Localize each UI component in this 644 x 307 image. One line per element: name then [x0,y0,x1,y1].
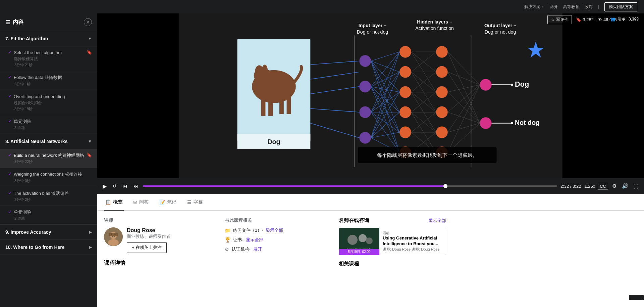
close-button[interactable]: ✕ [84,18,92,26]
skip-forward-button[interactable]: ⏭ [132,182,140,190]
related-text: 认证机构· [232,246,251,252]
lesson-item[interactable]: ✓ 单元测验 2 道题 [0,206,97,225]
master-section: 名师在线咨询 显示全部 Using Generative AI [339,217,446,300]
svg-point-32 [436,86,448,98]
section-7-header[interactable]: 7. Fit the Algorithm ▼ [0,31,97,46]
online-label: 活跃: [618,16,627,22]
follow-button[interactable]: + 在领英上关注 [127,242,167,253]
expand-org-link[interactable]: 展开 [253,246,262,252]
svg-rect-9 [287,96,291,114]
tab-content-overview: 讲师 Doug Rose [97,211,644,307]
svg-point-117 [366,237,373,244]
activity-body: Using Generative AI 5月19日, 02:00 活动 Usin… [339,228,446,255]
lesson-duration: 3分钟 1秒 [8,82,92,87]
lesson-title: 单元测验 [14,209,92,215]
related-item: 🏆 证书· 显示全部 [225,237,325,243]
lesson-item[interactable]: ✓ Weighing the connections 权衡连接 3分钟 3秒 [0,168,97,187]
svg-point-27 [399,106,411,118]
tab-qa[interactable]: ✉ 问答 [132,194,150,211]
tab-notes[interactable]: 📝 笔记 [158,194,178,211]
show-all-cert-link[interactable]: 显示全部 [246,237,263,243]
controls-right: 1.25x CC ⚙ 🔊 ⛶ [584,182,640,190]
instructor-card: Doug Rose 商业教练、讲师及作者 + 在领英上关注 [104,227,211,253]
person-icon: 👥 [610,17,615,21]
lesson-title: Select the best algorithm选择最佳算法 [14,50,85,62]
video-inner: Dog Input layer – Dog or not dog Hidden … [97,13,644,178]
business-link[interactable]: 商务 [550,4,558,10]
certificate-icon: 🏆 [225,237,230,243]
lesson-title: Weighing the connections 权衡连接 [14,171,92,177]
bookmark-icon[interactable]: 🔖 [87,50,92,55]
section-7-title: 7. Fit the Algorithm [5,36,48,41]
bookmark-icon[interactable]: 🔖 [87,152,92,158]
menu-icon: ☰ [5,19,10,26]
show-all-files-link[interactable]: 显示全部 [266,227,283,233]
lesson-duration: 3分钟 19秒 [8,106,92,112]
government-link[interactable]: 政府 [585,4,593,10]
section-9-header[interactable]: 9. Improve Accuracy ▶ [0,225,97,240]
instructor-section: 讲师 Doug Rose [104,217,211,300]
captions-icon: ☰ [187,200,192,205]
section-10-header[interactable]: 10. Where to Go from Here ▶ [0,240,97,255]
rewind-button[interactable]: ↺ [111,182,118,190]
lesson-title: Follow the data 跟随数据 [14,75,92,81]
play-button[interactable]: ▶ [101,182,108,191]
section-9-title: 9. Improve Accuracy [5,229,51,235]
buy-team-button[interactable]: 购买团队方案 [604,2,637,11]
svg-text:★: ★ [526,38,545,62]
activity-card[interactable]: Using Generative AI 5月19日, 02:00 活动 Usin… [339,228,446,255]
main-layout: ☰ 内容 ✕ 7. Fit the Algorithm ▼ ✓ Select t… [0,13,644,307]
lesson-item[interactable]: ✓ Overfitting and underfitting过拟合和欠拟合 3分… [0,90,97,115]
svg-point-95 [511,84,513,86]
lesson-item[interactable]: ✓ Build a neural network 构建神经网络 🔖 3分钟 22… [0,149,97,168]
lesson-item[interactable]: ✓ 单元测验 3 道题 [0,115,97,134]
check-icon: ✓ [8,209,12,214]
svg-point-28 [399,126,411,138]
lesson-duration: 2 道题 [8,216,92,221]
show-all-button[interactable]: 显示全部 [429,218,446,224]
svg-point-31 [436,66,448,78]
svg-text:Dog: Dog [267,138,280,145]
svg-text:Activation function: Activation function [415,26,454,31]
tabs-bar: 📋 概览 ✉ 问答 📝 笔记 ☰ 字幕 [97,194,644,211]
lesson-item[interactable]: ✓ The activation bias 激活偏差 3分钟 2秒 [0,187,97,206]
progress-dot [443,184,447,188]
volume-button[interactable]: 🔊 [621,182,630,190]
section-8-content: ✓ Build a neural network 构建神经网络 🔖 3分钟 22… [0,149,97,225]
related-courses-title: 相关课程 [339,261,446,267]
sidebar: ☰ 内容 ✕ 7. Fit the Algorithm ▼ ✓ Select t… [0,13,97,307]
lesson-item[interactable]: ✓ Follow the data 跟随数据 3分钟 1秒 [0,71,97,90]
svg-point-30 [436,46,448,58]
education-link[interactable]: 高等教育 [563,4,579,10]
svg-point-22 [359,106,371,118]
instructor-title: 商业教练、讲师及作者 [127,233,211,239]
solutions-label: 解决方案： [524,4,544,10]
related-item: 📁 练习文件（1）· 显示全部 [225,227,325,233]
svg-point-26 [399,86,411,98]
activity-info: 活动 Using Generative Artificial Intellige… [379,228,446,255]
svg-rect-6 [261,97,265,116]
review-button[interactable]: ☆ 写评价 [547,15,572,24]
speed-button[interactable]: 1.25x [584,184,595,189]
lesson-item[interactable]: ✓ Select the best algorithm选择最佳算法 🔖 3分钟 … [0,46,97,71]
bookmark-count: 🔖 3,282 [576,17,594,22]
svg-point-116 [359,234,367,242]
related-courses-section: 相关课程 [339,261,446,267]
tab-overview[interactable]: 📋 概览 [104,194,124,211]
related-item: ⚙ 认证机构· 展开 [225,246,325,252]
tab-captions[interactable]: ☰ 字幕 [186,194,204,211]
instructor-name: Doug Rose [127,227,211,233]
captions-button[interactable]: CC [598,183,608,190]
feedback-button[interactable]: 提供反馈 [629,295,644,300]
svg-point-25 [399,66,411,78]
svg-point-33 [436,106,448,118]
activity-type: 活动 [383,231,442,235]
settings-button[interactable]: ⚙ [611,182,618,190]
master-header: 名师在线咨询 显示全部 [339,217,446,224]
progress-bar[interactable] [143,185,557,187]
section-8-header[interactable]: 8. Artificial Neural Networks ▼ [0,134,97,149]
skip-back-button[interactable]: ⏮ [121,182,129,190]
fullscreen-button[interactable]: ⛶ [632,182,640,190]
master-title: 名师在线咨询 [339,217,369,224]
svg-point-24 [399,46,411,58]
